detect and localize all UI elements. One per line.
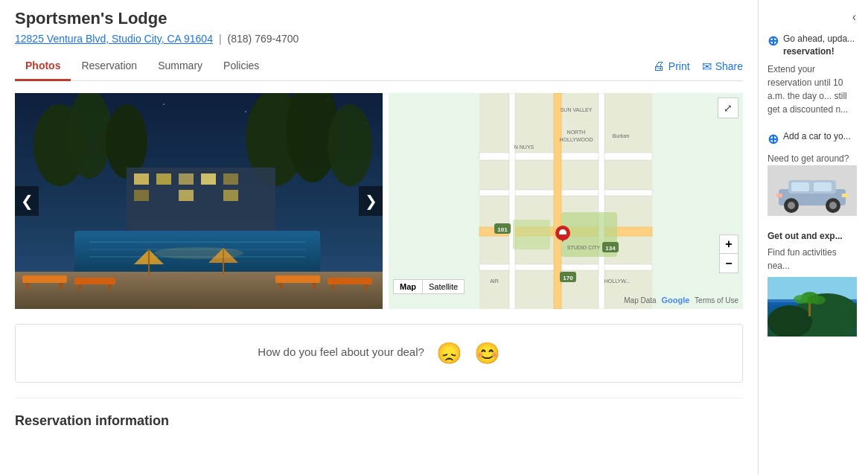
map-svg: 170 134 101 N NUYS NORTH HOLLYWOOD Burba…	[389, 93, 743, 309]
svg-text:HOLLYW...: HOLLYW...	[604, 278, 631, 284]
svg-text:AIR: AIR	[490, 278, 499, 284]
svg-rect-49	[479, 264, 652, 270]
svg-rect-36	[313, 283, 316, 289]
svg-rect-32	[78, 284, 81, 290]
svg-rect-81	[842, 194, 848, 197]
map-attribution: Map Data Google Terms of Use	[624, 296, 738, 305]
svg-rect-35	[279, 283, 282, 289]
svg-text:101: 101	[497, 226, 508, 233]
svg-text:Burban: Burban	[613, 133, 630, 138]
svg-rect-31	[74, 278, 115, 284]
sidebar-upsell-reservation: ⊕ Go ahead, upda... reservation! Extend …	[768, 33, 859, 116]
svg-point-13	[328, 104, 372, 186]
map-attribution-text: Map Data	[624, 296, 656, 305]
sidebar-activities-title-text: Get out and exp...	[768, 231, 843, 241]
print-label: Print	[668, 60, 690, 72]
svg-rect-46	[479, 153, 652, 160]
svg-rect-20	[134, 190, 149, 201]
map-type-toggle: Map Satellite	[393, 279, 465, 294]
svg-rect-47	[479, 190, 652, 196]
svg-rect-22	[223, 190, 238, 201]
svg-point-9	[67, 93, 112, 179]
svg-rect-54	[513, 220, 550, 249]
sidebar-upsell-reservation-title: ⊕ Go ahead, upda... reservation!	[768, 33, 859, 58]
map-type-map-btn[interactable]: Map	[393, 279, 423, 294]
svg-rect-30	[60, 283, 63, 289]
happy-emoji-button[interactable]: 😊	[474, 341, 500, 366]
print-icon: 🖨	[653, 60, 665, 73]
svg-text:N NUYS: N NUYS	[514, 144, 534, 150]
map-logo: Google	[661, 296, 689, 305]
map-zoom-out[interactable]: −	[719, 254, 738, 273]
photo-next-button[interactable]: ❯	[359, 186, 383, 216]
photo-prev-button[interactable]: ❮	[15, 186, 39, 216]
sad-emoji-button[interactable]: 😞	[436, 341, 462, 366]
map-terms: Terms of Use	[695, 296, 738, 305]
tab-reservation[interactable]: Reservation	[71, 52, 147, 81]
svg-rect-17	[179, 173, 194, 185]
tabs-bar: Photos Reservation Summary Policies 🖨 Pr…	[15, 52, 743, 81]
map-expand-btn[interactable]: ⤢	[718, 98, 738, 118]
svg-text:170: 170	[563, 275, 573, 281]
reservation-info-title: Reservation information	[15, 413, 743, 429]
tab-policies[interactable]: Policies	[213, 52, 269, 81]
hotel-address[interactable]: 12825 Ventura Blvd, Studio City, CA 9160…	[15, 33, 213, 45]
hotel-photo: ❮ ❯	[15, 93, 383, 309]
svg-point-87	[768, 305, 812, 337]
svg-rect-16	[156, 173, 171, 185]
sidebar-upsell-car: ⊕ Add a car to yo... Need to get around?	[768, 131, 859, 216]
sidebar: ‹ ⊕ Go ahead, upda... reservation! Exten…	[758, 0, 868, 475]
svg-text:HOLLYWOOD: HOLLYWOOD	[560, 137, 593, 142]
svg-rect-75	[791, 182, 809, 191]
sidebar-upsell-car-text: Need to get around?	[768, 152, 859, 165]
pipe-divider: |	[219, 33, 222, 45]
sidebar-plus-icon-2: ⊕	[768, 131, 779, 147]
svg-point-78	[788, 202, 795, 209]
tab-summary[interactable]: Summary	[147, 52, 213, 81]
svg-text:134: 134	[605, 245, 616, 252]
hotel-name: Sportsmen's Lodge	[15, 9, 743, 28]
svg-rect-33	[108, 284, 111, 290]
sidebar-top: ‹	[768, 7, 859, 27]
car-image	[768, 165, 857, 216]
map-container: 170 134 101 N NUYS NORTH HOLLYWOOD Burba…	[389, 93, 743, 309]
map-zoom-in[interactable]: +	[719, 235, 738, 254]
sidebar-upsell-car-title: ⊕ Add a car to yo...	[768, 131, 859, 147]
svg-rect-76	[814, 182, 832, 191]
map-type-satellite-btn[interactable]: Satellite	[423, 279, 465, 294]
sidebar-upsell-reservation-title-text: Go ahead, upda... reservation!	[783, 33, 859, 58]
sidebar-plus-icon-1: ⊕	[768, 33, 779, 49]
share-button[interactable]: ✉ Share	[702, 60, 743, 74]
svg-rect-29	[26, 283, 29, 289]
svg-rect-39	[365, 284, 368, 290]
activities-image	[768, 277, 857, 337]
hotel-phone: (818) 769-4700	[228, 33, 299, 45]
svg-point-90	[794, 295, 808, 304]
hotel-header: Sportsmen's Lodge 12825 Ventura Blvd, St…	[15, 9, 743, 45]
svg-point-80	[829, 202, 837, 209]
sidebar-upsell-car-title-text: Add a car to yo...	[783, 131, 851, 141]
svg-rect-37	[328, 278, 372, 284]
svg-rect-19	[223, 173, 238, 185]
svg-rect-38	[331, 284, 334, 290]
svg-rect-50	[509, 93, 515, 309]
svg-rect-18	[201, 173, 216, 185]
print-button[interactable]: 🖨 Print	[653, 60, 690, 73]
svg-rect-34	[275, 275, 320, 283]
svg-text:NORTH: NORTH	[567, 130, 586, 135]
svg-rect-52	[599, 93, 604, 309]
deal-feedback-text: How do you feel about your deal?	[258, 345, 424, 358]
svg-point-4	[245, 111, 246, 112]
svg-rect-27	[15, 272, 383, 309]
share-label: Share	[715, 60, 743, 72]
sidebar-collapse-button[interactable]: ‹	[849, 7, 859, 27]
sidebar-activities-title: Get out and exp...	[768, 231, 859, 241]
svg-point-3	[163, 103, 165, 105]
share-icon: ✉	[702, 60, 712, 74]
deal-feedback-box: How do you feel about your deal? 😞 😊	[15, 324, 743, 383]
map-zoom-controls: + −	[719, 235, 738, 273]
svg-rect-15	[134, 173, 149, 185]
svg-rect-82	[776, 194, 782, 197]
tab-photos[interactable]: Photos	[15, 52, 71, 81]
tab-actions: 🖨 Print ✉ Share	[653, 60, 743, 74]
